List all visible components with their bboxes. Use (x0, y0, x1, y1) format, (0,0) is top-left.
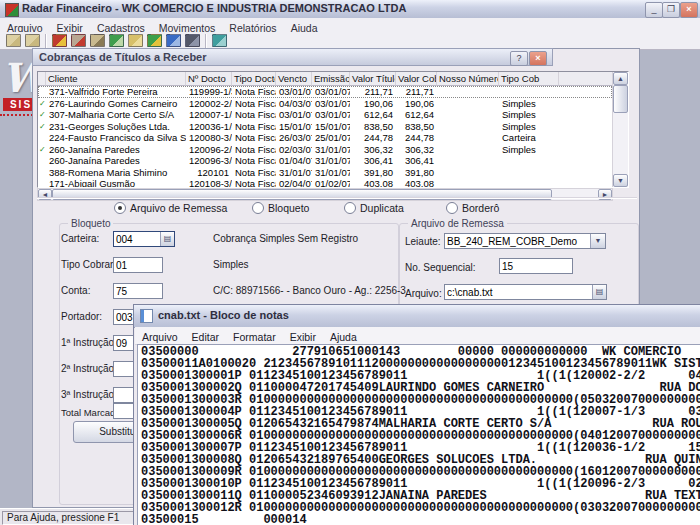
lookup-icon[interactable]: ▤ (160, 232, 174, 246)
scroll-down-icon[interactable]: ▼ (613, 174, 628, 187)
monitor-icon[interactable] (210, 33, 229, 49)
field-label-instrucao: 3ª Instrução: (61, 389, 117, 400)
table-row[interactable]: 224-Fausto Francisco da Silva Santos1200… (38, 132, 612, 144)
field-tipocobranca[interactable]: 01 (113, 257, 163, 273)
field-value: 01 (114, 260, 162, 271)
cell-tipo_cob (499, 167, 559, 179)
field-carteira[interactable]: 004▤ (113, 231, 175, 247)
table-row[interactable]: 260-Janaína Paredes120096-3/3Nota Fiscal… (38, 155, 612, 167)
arquivo-field[interactable]: c:\cnab.txt ▤ (444, 284, 607, 300)
vscroll-thumb[interactable] (613, 85, 628, 113)
sequencial-field[interactable]: 15 (499, 258, 573, 274)
radio-circle-icon[interactable] (114, 202, 126, 214)
cell-docto: 120036-1/2 (186, 121, 232, 133)
dialog-close-button[interactable]: × (529, 51, 547, 66)
chevron-down-icon[interactable]: ▼ (590, 234, 605, 248)
row-check-icon (38, 132, 46, 144)
field-info-conta: C/C: 88971566- - Banco Ouro - Ag.: 2256-… (213, 285, 406, 296)
cell-valor_cob: 612,64 (396, 109, 437, 121)
minimize-button[interactable]: _ (645, 2, 663, 18)
radio-circle-icon[interactable] (446, 202, 458, 214)
column-header-blank[interactable] (38, 72, 46, 86)
database-icon-glyph (185, 34, 200, 47)
notepad-menu-item-arquivo[interactable]: Arquivo (135, 329, 185, 343)
table-row[interactable]: 171-Abigail Gusmão120108-3/3Nota Fiscal0… (38, 178, 612, 187)
column-header-cliente[interactable]: Cliente (46, 72, 186, 86)
screen: { "main_window": { "title": "Radar Finan… (0, 0, 700, 525)
radio-bloqueto[interactable]: Bloqueto (252, 202, 309, 214)
column-header-valorcob[interactable]: Valor Cob (396, 72, 437, 86)
help-button[interactable]: ? (510, 51, 528, 66)
chart-icon[interactable] (107, 33, 126, 49)
main-menubar: ArquivoExibirCadastrosMovimentosRelatóri… (0, 18, 700, 33)
table-row[interactable]: 388-Romena Maria Shimino120101Nota Fisca… (38, 167, 612, 179)
notepad-menu-item-ajuda[interactable]: Ajuda (323, 329, 364, 343)
table-row[interactable]: ✓260-Janaína Paredes120096-2/3Nota Fisca… (38, 144, 612, 156)
scroll-up-icon[interactable]: ▲ (613, 72, 628, 85)
field-label-instrucao: 2ª Instrução: (61, 363, 117, 374)
notepad-menu-item-exibir[interactable]: Exibir (283, 329, 323, 343)
table-row[interactable]: ✓276-Laurindo Gomes Carneiro120002-2/2No… (38, 98, 612, 110)
notepad-title-bar[interactable]: cnab.txt - Bloco de notas (134, 305, 700, 328)
close-button[interactable]: × (680, 2, 698, 18)
column-header-tipodocto[interactable]: Tipo Docto (232, 72, 276, 86)
notepad-text-area[interactable]: 03500000 277910651000143 00000 000000000… (137, 344, 700, 525)
field-info-tipocobranca: Simples (213, 259, 249, 270)
row-check-icon: ✓ (38, 98, 46, 110)
radio-circle-icon[interactable] (252, 202, 264, 214)
cash-register-icon[interactable] (50, 33, 69, 49)
column-header-blank[interactable] (559, 72, 612, 86)
cell-valor_titulo: 211,71 (350, 86, 396, 98)
column-header-nossonumero[interactable]: Nosso Número (437, 72, 499, 86)
cell-cliente: 231-Georges Soluções Ltda. (46, 121, 186, 133)
notepad-menubar: ArquivoEditarFormatarExibirAjuda (135, 327, 700, 345)
documents-icon-glyph (128, 34, 143, 47)
radio-duplicata[interactable]: Duplicata (344, 202, 404, 214)
leiaute-select[interactable]: BB_240_REM_COBR_Demo ▼ (444, 233, 606, 249)
cell-valor_cob: 306,41 (396, 155, 437, 167)
cell-docto: 120108-3/3 (186, 178, 232, 187)
table-vertical-scrollbar[interactable]: ▲ ▼ (612, 72, 628, 187)
money-globe-icon[interactable] (145, 33, 164, 49)
radio-bordero[interactable]: Borderô (446, 202, 499, 214)
table-horizontal-scrollbar[interactable]: ◄ ► (37, 188, 613, 201)
folder-icon[interactable] (23, 33, 42, 49)
cell-tipo_cob: Simples (499, 121, 559, 133)
column-header-tipocob[interactable]: Tipo Cob (499, 72, 559, 86)
cell-valor_titulo: 190,06 (350, 98, 396, 110)
table-header-row: ClienteNº DoctoTipo DoctoVenctoEmissãoVa… (38, 72, 612, 86)
open-file-icon[interactable] (4, 33, 23, 49)
cell-emissao: 31/01/07 (312, 167, 350, 179)
notepad-menu-item-editar[interactable]: Editar (185, 329, 226, 343)
column-header-valortitulo[interactable]: Valor Título (350, 72, 396, 86)
documents-icon[interactable] (126, 33, 145, 49)
cell-tipo: Nota Fiscal (232, 144, 276, 156)
user-icon[interactable] (164, 33, 183, 49)
notepad-text[interactable]: 03500000 277910651000143 00000 000000000… (138, 345, 700, 525)
database-icon[interactable] (183, 33, 202, 49)
column-header-ndocto[interactable]: Nº Docto (186, 72, 232, 86)
field-label-conta: Conta: (61, 285, 90, 296)
cell-valor_titulo: 612,64 (350, 109, 396, 121)
radio-circle-icon[interactable] (344, 202, 356, 214)
cell-docto: 120096-3/3 (186, 155, 232, 167)
radio-label: Arquivo de Remessa (130, 202, 227, 214)
cell-cliente: 371-Valfrido Forte Pereira (46, 86, 186, 98)
restore-button[interactable]: ❐ (662, 2, 680, 18)
cell-emissao: 31/01/07 (312, 155, 350, 167)
main-title-bar[interactable]: Radar Financeiro - WK COMERCIO E INDUSTR… (0, 0, 700, 19)
field-conta[interactable]: 75 (113, 283, 163, 299)
table-row[interactable]: ✓231-Georges Soluções Ltda.120036-1/2Not… (38, 121, 612, 133)
column-header-vencto[interactable]: Vencto (276, 72, 312, 86)
ledger-icon[interactable] (88, 33, 107, 49)
safe-icon[interactable] (69, 33, 88, 49)
radio-arquivoderemessa[interactable]: Arquivo de Remessa (114, 202, 227, 214)
browse-file-icon[interactable]: ▤ (592, 285, 606, 299)
dialog-title-bar[interactable]: Cobranças de Títulos a Receber ? × (32, 48, 553, 66)
table-row[interactable]: 371-Valfrido Forte Pereira119999-1/3Nota… (38, 86, 612, 98)
notepad-title: cnab.txt - Bloco de notas (158, 309, 289, 321)
cell-tipo_cob: Simples (499, 98, 559, 110)
table-row[interactable]: ✓307-Malharia Corte Certo S/A120007-1/3N… (38, 109, 612, 121)
notepad-menu-item-formatar[interactable]: Formatar (226, 329, 283, 343)
column-header-emissao[interactable]: Emissão (312, 72, 350, 86)
